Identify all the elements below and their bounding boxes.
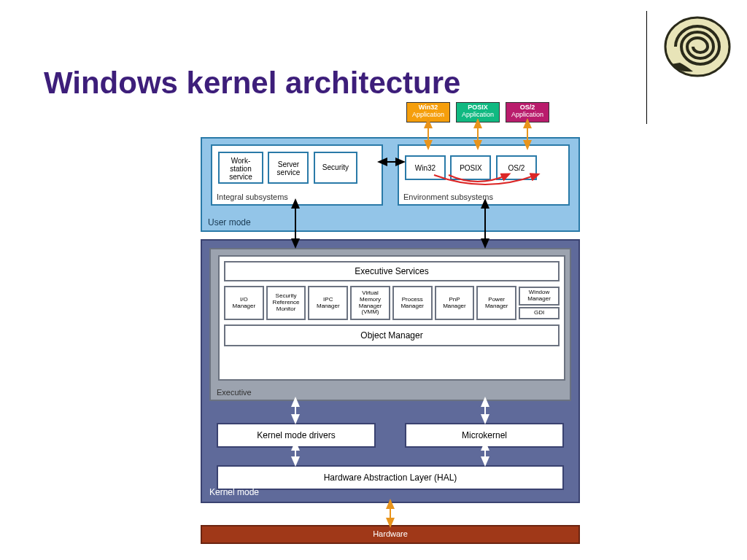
ipc-manager-cell: IPC Manager <box>308 286 348 320</box>
environment-subsystems-box: Win32 POSIX OS/2 Environment subsystems <box>398 144 570 206</box>
window-manager-cell: Window Manager <box>519 287 560 306</box>
win32-app-box: Win32Application <box>406 102 450 122</box>
microkernel-box: Microkernel <box>405 423 564 448</box>
process-manager-cell: Process Manager <box>392 286 433 320</box>
executive-box: Executive Services I/O Manager Security … <box>209 248 571 401</box>
window-gdi-stack: Window Manager GDI <box>519 286 560 320</box>
vertical-divider <box>646 11 647 124</box>
vmm-cell: Virtual Memory Manager (VMM) <box>350 286 390 320</box>
kernel-mode-drivers-box: Kernel mode drivers <box>217 423 376 448</box>
integral-subsystems-box: Work- station service Server service Sec… <box>211 144 383 206</box>
power-manager-cell: Power Manager <box>476 286 516 320</box>
win32-subsystem-cell: Win32 <box>405 155 446 180</box>
managers-row: I/O Manager Security Reference Monitor I… <box>224 286 560 320</box>
posix-app-box: POSIXApplication <box>456 102 500 122</box>
executive-label: Executive <box>217 388 252 397</box>
user-mode-label: User mode <box>208 217 251 228</box>
kernel-mode-label: Kernel mode <box>209 487 259 497</box>
security-ref-monitor-cell: Security Reference Monitor <box>266 286 306 320</box>
executive-services-bar: Executive Services <box>224 261 560 281</box>
gdi-cell: GDI <box>519 307 560 319</box>
io-manager-cell: I/O Manager <box>224 286 264 320</box>
os2-app-box: OS/2Application <box>506 102 549 122</box>
kernel-mode-layer: Executive Services I/O Manager Security … <box>201 239 580 503</box>
server-service-cell: Server service <box>268 152 309 184</box>
pnp-manager-cell: PnP Manager <box>435 286 475 320</box>
os2-subsystem-cell: OS/2 <box>496 155 537 180</box>
executive-inner: Executive Services I/O Manager Security … <box>218 255 565 381</box>
workstation-service-cell: Work- station service <box>218 152 263 184</box>
hardware-bar: Hardware <box>201 525 580 544</box>
environment-subsystems-label: Environment subsystems <box>403 192 493 201</box>
posix-subsystem-cell: POSIX <box>450 155 491 180</box>
security-cell: Security <box>314 152 357 184</box>
kernel-row: Kernel mode drivers Microkernel <box>217 423 564 448</box>
hal-box: Hardware Abstraction Layer (HAL) <box>217 465 564 490</box>
integral-subsystems-label: Integral subsystems <box>217 192 288 201</box>
user-mode-layer: Work- station service Server service Sec… <box>201 137 580 232</box>
object-manager-bar: Object Manager <box>224 324 560 346</box>
architecture-diagram: Win32Application POSIXApplication OS/2Ap… <box>201 102 580 554</box>
slide-title: Windows kernel architecture <box>44 66 460 101</box>
snail-logo-icon <box>664 13 731 80</box>
